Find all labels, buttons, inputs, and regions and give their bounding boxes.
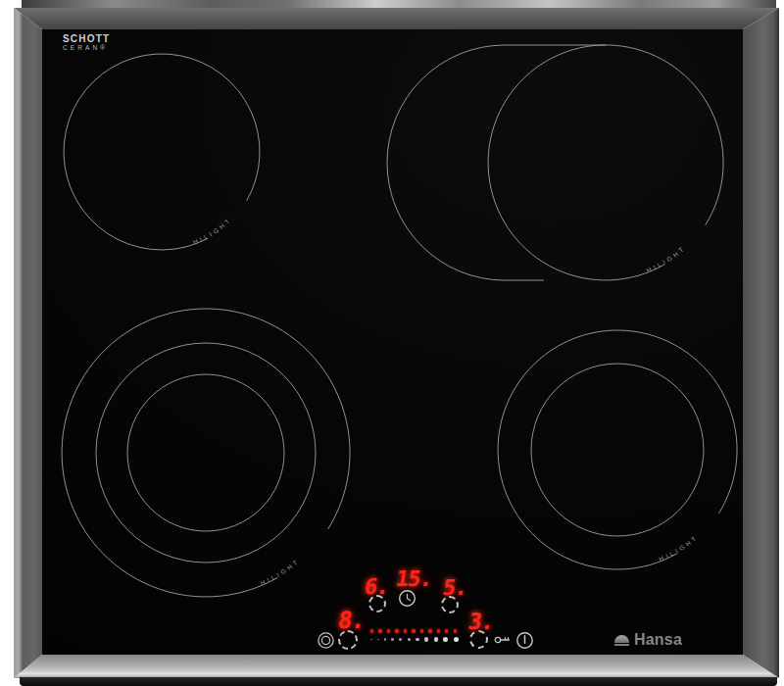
slider-white-dot[interactable] <box>454 637 459 642</box>
slider-white-dot[interactable] <box>443 637 448 642</box>
frame-right <box>743 8 779 678</box>
burner-front-right-inner <box>531 364 704 536</box>
touch-zone-front-left[interactable] <box>338 630 358 650</box>
burner-front-left-outer <box>62 309 350 597</box>
hilight-label-front-right: HILIGHT <box>658 533 699 563</box>
slider-white-dot[interactable] <box>377 639 379 641</box>
burner-front-right-outer <box>498 330 737 569</box>
slider-white-dot[interactable] <box>384 638 386 640</box>
slider-red-dot[interactable] <box>378 629 381 632</box>
ceramic-glass-surface: HILIGHT HILIGHT HILIGHT HILIGHT <box>42 29 743 655</box>
cooktop-product-photo: HILIGHT HILIGHT HILIGHT HILIGHT SCHOTT C… <box>0 0 784 686</box>
slider-red-dot[interactable] <box>454 629 457 632</box>
slider-white-dot[interactable] <box>424 637 428 641</box>
frame-bottom <box>14 655 779 678</box>
hilight-label-front-left: HILIGHT <box>259 557 301 586</box>
power-icon[interactable] <box>515 631 534 650</box>
slider-red-dots[interactable] <box>370 628 457 634</box>
slider-red-dot[interactable] <box>420 629 423 632</box>
slider-red-dot[interactable] <box>404 629 407 632</box>
slider-red-dot[interactable] <box>428 629 431 632</box>
slider-red-dot[interactable] <box>445 629 448 632</box>
schott-logo-line1: SCHOTT <box>63 34 110 45</box>
slider-red-dot[interactable] <box>437 629 440 632</box>
hansa-dome-icon <box>614 634 629 647</box>
hilight-label-rear-right: HILIGHT <box>646 244 687 273</box>
hilight-label-rear-left: HILIGHT <box>192 216 233 245</box>
slider-white-dots[interactable] <box>370 635 459 644</box>
schott-ceran-logo: SCHOTT CERAN® <box>63 34 110 51</box>
hansa-logo: Hansa <box>614 631 682 649</box>
frame-under-shadow <box>20 677 777 686</box>
touch-zone-front-right[interactable] <box>469 630 488 649</box>
burner-front-left-middle <box>96 343 316 563</box>
frame-left <box>14 8 42 678</box>
slider-white-dot[interactable] <box>399 638 402 641</box>
touch-zone-rear-left[interactable] <box>368 595 386 612</box>
display-timer: 15. <box>394 566 434 591</box>
slider-white-dot[interactable] <box>391 638 394 641</box>
clock-icon[interactable] <box>398 589 416 608</box>
slider-white-dot[interactable] <box>408 638 412 642</box>
schott-logo-line2: CERAN® <box>63 45 110 52</box>
slider-red-dot[interactable] <box>412 629 415 632</box>
dual-zone-icon[interactable] <box>317 631 335 650</box>
burner-rear-right-oval <box>387 45 606 280</box>
hansa-logo-text: Hansa <box>634 631 682 649</box>
slider-red-dot[interactable] <box>370 629 373 632</box>
key-lock-icon[interactable] <box>494 634 513 646</box>
touch-zone-rear-right[interactable] <box>441 596 459 613</box>
burner-front-left-inner <box>127 374 284 531</box>
slider-white-dot[interactable] <box>416 638 419 642</box>
burner-rings: HILIGHT HILIGHT HILIGHT HILIGHT <box>42 29 743 655</box>
frame-rear-edge <box>22 0 776 9</box>
slider-white-dot[interactable] <box>434 637 439 642</box>
slider-red-dot[interactable] <box>395 629 398 632</box>
burner-rear-right-circle <box>488 45 723 280</box>
slider-white-dot[interactable] <box>370 639 372 641</box>
slider-red-dot[interactable] <box>387 629 390 632</box>
frame-top <box>14 8 779 29</box>
